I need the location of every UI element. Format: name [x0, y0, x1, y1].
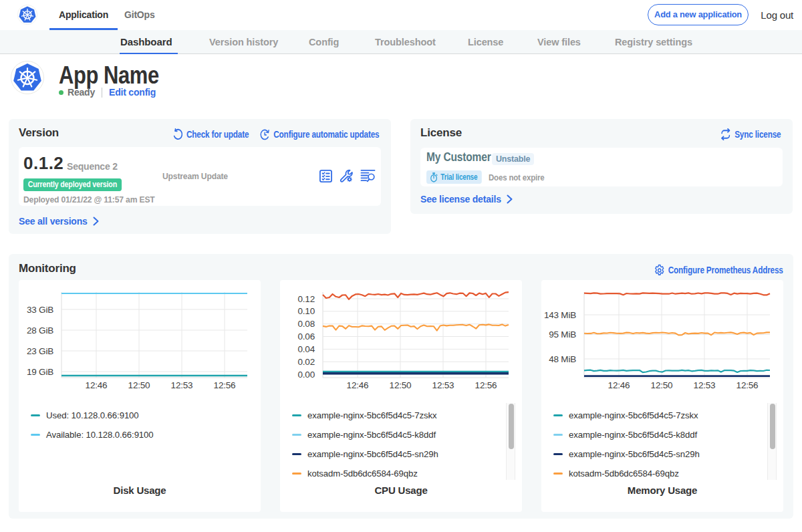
svg-text:143 MiB: 143 MiB [544, 310, 576, 320]
svg-text:23 GiB: 23 GiB [27, 346, 53, 356]
svg-text:12:50: 12:50 [128, 380, 150, 390]
svg-text:12:46: 12:46 [608, 380, 630, 390]
svg-text:12:56: 12:56 [214, 380, 236, 390]
svg-text:28 GiB: 28 GiB [27, 325, 53, 336]
svg-text:12:50: 12:50 [390, 380, 412, 390]
svg-text:12:56: 12:56 [475, 380, 497, 390]
svg-text:48 MiB: 48 MiB [549, 354, 576, 364]
svg-text:12:56: 12:56 [737, 380, 759, 390]
svg-text:0.02: 0.02 [298, 357, 315, 367]
svg-text:0.10: 0.10 [298, 306, 315, 316]
svg-text:33 GiB: 33 GiB [27, 305, 53, 315]
svg-text:19 GiB: 19 GiB [27, 367, 53, 377]
svg-text:0.06: 0.06 [298, 331, 315, 342]
svg-text:12:53: 12:53 [432, 380, 454, 390]
svg-text:12:53: 12:53 [171, 380, 193, 390]
svg-text:12:46: 12:46 [347, 380, 369, 390]
svg-text:0.00: 0.00 [298, 370, 315, 380]
svg-text:0.12: 0.12 [298, 294, 315, 304]
svg-text:95 MiB: 95 MiB [549, 329, 576, 340]
svg-text:0.04: 0.04 [298, 344, 315, 354]
svg-text:12:50: 12:50 [651, 380, 673, 390]
svg-text:12:46: 12:46 [86, 380, 108, 390]
svg-text:12:53: 12:53 [694, 380, 716, 390]
svg-text:0.08: 0.08 [298, 319, 315, 329]
